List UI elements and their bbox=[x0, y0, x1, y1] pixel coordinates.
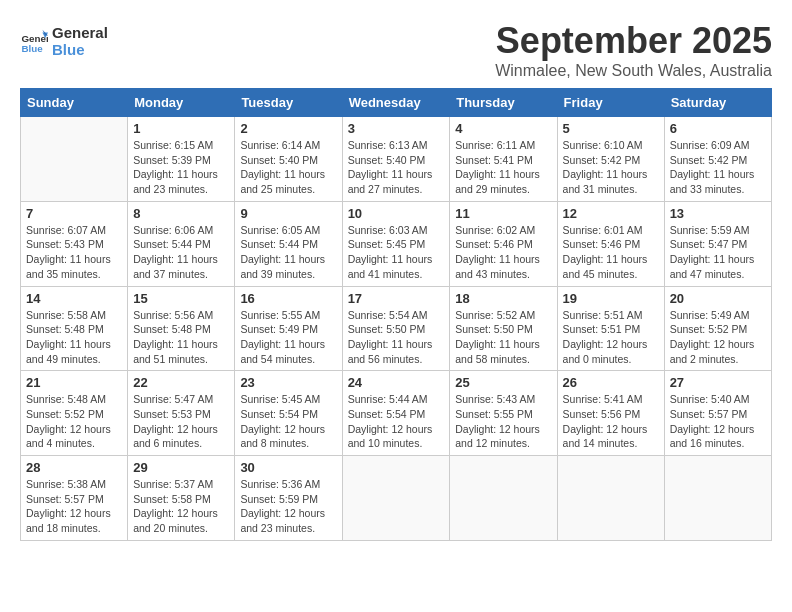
column-header-sunday: Sunday bbox=[21, 89, 128, 117]
day-info: Sunrise: 5:36 AM Sunset: 5:59 PM Dayligh… bbox=[240, 477, 336, 536]
day-cell bbox=[342, 456, 450, 541]
column-header-tuesday: Tuesday bbox=[235, 89, 342, 117]
day-info: Sunrise: 5:38 AM Sunset: 5:57 PM Dayligh… bbox=[26, 477, 122, 536]
day-number: 22 bbox=[133, 375, 229, 390]
day-cell: 8Sunrise: 6:06 AM Sunset: 5:44 PM Daylig… bbox=[128, 201, 235, 286]
day-number: 10 bbox=[348, 206, 445, 221]
day-info: Sunrise: 6:14 AM Sunset: 5:40 PM Dayligh… bbox=[240, 138, 336, 197]
day-number: 4 bbox=[455, 121, 551, 136]
day-number: 12 bbox=[563, 206, 659, 221]
day-number: 26 bbox=[563, 375, 659, 390]
day-number: 7 bbox=[26, 206, 122, 221]
header: General Blue General Blue September 2025… bbox=[20, 20, 772, 80]
day-number: 2 bbox=[240, 121, 336, 136]
day-number: 16 bbox=[240, 291, 336, 306]
day-cell: 25Sunrise: 5:43 AM Sunset: 5:55 PM Dayli… bbox=[450, 371, 557, 456]
day-number: 11 bbox=[455, 206, 551, 221]
day-info: Sunrise: 5:37 AM Sunset: 5:58 PM Dayligh… bbox=[133, 477, 229, 536]
day-number: 21 bbox=[26, 375, 122, 390]
day-cell: 6Sunrise: 6:09 AM Sunset: 5:42 PM Daylig… bbox=[664, 117, 771, 202]
day-number: 24 bbox=[348, 375, 445, 390]
day-cell: 5Sunrise: 6:10 AM Sunset: 5:42 PM Daylig… bbox=[557, 117, 664, 202]
day-number: 5 bbox=[563, 121, 659, 136]
svg-text:Blue: Blue bbox=[21, 43, 43, 54]
week-row-3: 14Sunrise: 5:58 AM Sunset: 5:48 PM Dayli… bbox=[21, 286, 772, 371]
day-info: Sunrise: 5:51 AM Sunset: 5:51 PM Dayligh… bbox=[563, 308, 659, 367]
day-info: Sunrise: 5:54 AM Sunset: 5:50 PM Dayligh… bbox=[348, 308, 445, 367]
day-info: Sunrise: 6:01 AM Sunset: 5:46 PM Dayligh… bbox=[563, 223, 659, 282]
day-cell: 15Sunrise: 5:56 AM Sunset: 5:48 PM Dayli… bbox=[128, 286, 235, 371]
day-number: 20 bbox=[670, 291, 766, 306]
day-cell: 18Sunrise: 5:52 AM Sunset: 5:50 PM Dayli… bbox=[450, 286, 557, 371]
day-cell: 3Sunrise: 6:13 AM Sunset: 5:40 PM Daylig… bbox=[342, 117, 450, 202]
day-info: Sunrise: 5:48 AM Sunset: 5:52 PM Dayligh… bbox=[26, 392, 122, 451]
day-info: Sunrise: 5:59 AM Sunset: 5:47 PM Dayligh… bbox=[670, 223, 766, 282]
day-cell: 27Sunrise: 5:40 AM Sunset: 5:57 PM Dayli… bbox=[664, 371, 771, 456]
day-info: Sunrise: 5:44 AM Sunset: 5:54 PM Dayligh… bbox=[348, 392, 445, 451]
day-cell bbox=[21, 117, 128, 202]
day-number: 29 bbox=[133, 460, 229, 475]
day-info: Sunrise: 5:49 AM Sunset: 5:52 PM Dayligh… bbox=[670, 308, 766, 367]
day-cell: 4Sunrise: 6:11 AM Sunset: 5:41 PM Daylig… bbox=[450, 117, 557, 202]
location-title: Winmalee, New South Wales, Australia bbox=[495, 62, 772, 80]
day-cell bbox=[664, 456, 771, 541]
day-info: Sunrise: 6:03 AM Sunset: 5:45 PM Dayligh… bbox=[348, 223, 445, 282]
day-cell: 17Sunrise: 5:54 AM Sunset: 5:50 PM Dayli… bbox=[342, 286, 450, 371]
day-info: Sunrise: 5:58 AM Sunset: 5:48 PM Dayligh… bbox=[26, 308, 122, 367]
day-number: 27 bbox=[670, 375, 766, 390]
day-number: 30 bbox=[240, 460, 336, 475]
day-cell bbox=[557, 456, 664, 541]
day-number: 15 bbox=[133, 291, 229, 306]
day-cell: 9Sunrise: 6:05 AM Sunset: 5:44 PM Daylig… bbox=[235, 201, 342, 286]
day-number: 19 bbox=[563, 291, 659, 306]
day-number: 23 bbox=[240, 375, 336, 390]
day-cell: 14Sunrise: 5:58 AM Sunset: 5:48 PM Dayli… bbox=[21, 286, 128, 371]
day-number: 28 bbox=[26, 460, 122, 475]
day-number: 18 bbox=[455, 291, 551, 306]
month-title: September 2025 bbox=[495, 20, 772, 62]
day-number: 13 bbox=[670, 206, 766, 221]
day-cell: 1Sunrise: 6:15 AM Sunset: 5:39 PM Daylig… bbox=[128, 117, 235, 202]
day-info: Sunrise: 6:11 AM Sunset: 5:41 PM Dayligh… bbox=[455, 138, 551, 197]
day-number: 3 bbox=[348, 121, 445, 136]
day-number: 8 bbox=[133, 206, 229, 221]
day-number: 14 bbox=[26, 291, 122, 306]
day-info: Sunrise: 5:40 AM Sunset: 5:57 PM Dayligh… bbox=[670, 392, 766, 451]
day-info: Sunrise: 5:45 AM Sunset: 5:54 PM Dayligh… bbox=[240, 392, 336, 451]
logo-general: General bbox=[52, 24, 108, 41]
header-row: SundayMondayTuesdayWednesdayThursdayFrid… bbox=[21, 89, 772, 117]
logo: General Blue General Blue bbox=[20, 24, 108, 58]
day-info: Sunrise: 6:15 AM Sunset: 5:39 PM Dayligh… bbox=[133, 138, 229, 197]
column-header-saturday: Saturday bbox=[664, 89, 771, 117]
day-info: Sunrise: 6:13 AM Sunset: 5:40 PM Dayligh… bbox=[348, 138, 445, 197]
day-cell: 16Sunrise: 5:55 AM Sunset: 5:49 PM Dayli… bbox=[235, 286, 342, 371]
column-header-friday: Friday bbox=[557, 89, 664, 117]
day-cell: 24Sunrise: 5:44 AM Sunset: 5:54 PM Dayli… bbox=[342, 371, 450, 456]
title-block: September 2025 Winmalee, New South Wales… bbox=[495, 20, 772, 80]
day-cell: 11Sunrise: 6:02 AM Sunset: 5:46 PM Dayli… bbox=[450, 201, 557, 286]
day-number: 17 bbox=[348, 291, 445, 306]
day-number: 25 bbox=[455, 375, 551, 390]
day-info: Sunrise: 6:10 AM Sunset: 5:42 PM Dayligh… bbox=[563, 138, 659, 197]
day-cell: 23Sunrise: 5:45 AM Sunset: 5:54 PM Dayli… bbox=[235, 371, 342, 456]
day-cell: 2Sunrise: 6:14 AM Sunset: 5:40 PM Daylig… bbox=[235, 117, 342, 202]
day-cell: 26Sunrise: 5:41 AM Sunset: 5:56 PM Dayli… bbox=[557, 371, 664, 456]
day-info: Sunrise: 6:09 AM Sunset: 5:42 PM Dayligh… bbox=[670, 138, 766, 197]
day-number: 6 bbox=[670, 121, 766, 136]
day-number: 9 bbox=[240, 206, 336, 221]
day-info: Sunrise: 6:07 AM Sunset: 5:43 PM Dayligh… bbox=[26, 223, 122, 282]
logo-icon: General Blue bbox=[20, 27, 48, 55]
column-header-wednesday: Wednesday bbox=[342, 89, 450, 117]
day-cell: 20Sunrise: 5:49 AM Sunset: 5:52 PM Dayli… bbox=[664, 286, 771, 371]
day-info: Sunrise: 5:55 AM Sunset: 5:49 PM Dayligh… bbox=[240, 308, 336, 367]
day-cell: 10Sunrise: 6:03 AM Sunset: 5:45 PM Dayli… bbox=[342, 201, 450, 286]
day-cell bbox=[450, 456, 557, 541]
day-info: Sunrise: 5:41 AM Sunset: 5:56 PM Dayligh… bbox=[563, 392, 659, 451]
day-number: 1 bbox=[133, 121, 229, 136]
day-cell: 30Sunrise: 5:36 AM Sunset: 5:59 PM Dayli… bbox=[235, 456, 342, 541]
day-info: Sunrise: 5:52 AM Sunset: 5:50 PM Dayligh… bbox=[455, 308, 551, 367]
week-row-4: 21Sunrise: 5:48 AM Sunset: 5:52 PM Dayli… bbox=[21, 371, 772, 456]
day-cell: 7Sunrise: 6:07 AM Sunset: 5:43 PM Daylig… bbox=[21, 201, 128, 286]
logo-blue: Blue bbox=[52, 41, 108, 58]
day-cell: 19Sunrise: 5:51 AM Sunset: 5:51 PM Dayli… bbox=[557, 286, 664, 371]
